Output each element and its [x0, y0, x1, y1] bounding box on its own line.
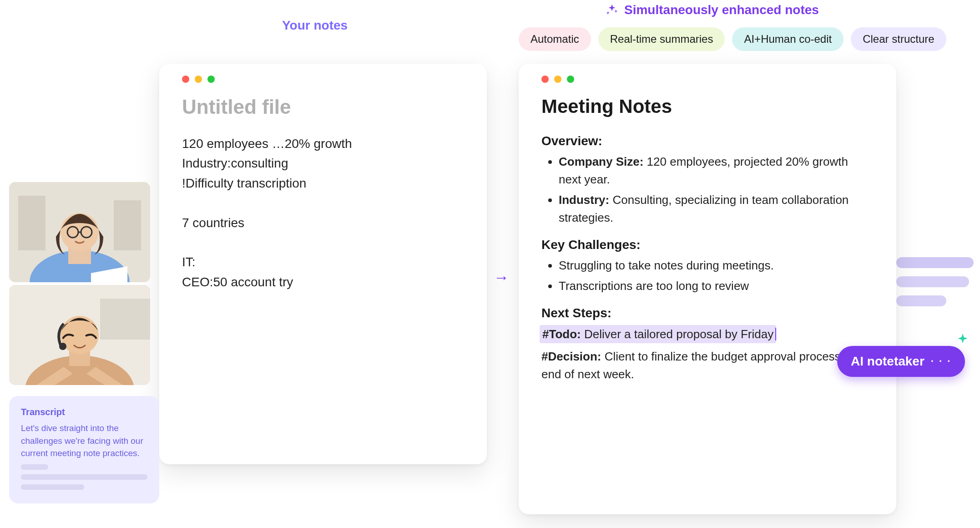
minimize-icon[interactable] — [195, 76, 202, 83]
person-avatar — [9, 182, 150, 282]
transcript-body: Let's dive straight into the challenges … — [21, 422, 147, 460]
decision-tag: #Decision: — [541, 350, 601, 363]
arrow-right-icon: → — [494, 269, 509, 286]
list-item: Struggling to take notes during meetings… — [559, 257, 874, 274]
list-item: Industry: Consulting, specializing in te… — [559, 191, 874, 227]
close-icon[interactable] — [541, 76, 549, 83]
raw-notes-title: Untitled file — [182, 96, 464, 118]
list-item: Company Size: 120 employees, projected 2… — [559, 153, 874, 188]
transcript-title: Transcript — [21, 407, 147, 417]
challenges-list: Struggling to take notes during meetings… — [541, 257, 874, 295]
ai-notetaker-badge[interactable]: AI notetaker · · · — [837, 346, 965, 377]
svg-rect-2 — [114, 200, 141, 250]
text-cursor-icon — [775, 328, 776, 340]
raw-notes-body[interactable]: 120 employees …20% growth Industry:consu… — [182, 134, 464, 292]
skeleton-line — [21, 474, 147, 480]
pill-automatic: Automatic — [519, 27, 591, 51]
challenges-heading: Key Challenges: — [541, 238, 874, 252]
overview-heading: Overview: — [541, 134, 874, 148]
decision-line: #Decision: Client to finalize the budget… — [541, 348, 874, 383]
enhanced-notes-heading: Simultaneously enhanced notes — [605, 3, 819, 17]
sparkle-icon — [955, 332, 971, 350]
todo-text: Deliver a tailored proposal by Friday — [581, 327, 773, 341]
skeleton-line — [21, 484, 84, 490]
overview-list: Company Size: 120 employees, projected 2… — [541, 153, 874, 227]
video-call-column — [9, 182, 150, 385]
decorative-stripes — [896, 257, 974, 306]
list-item: Transcriptions are too long to review — [559, 277, 874, 295]
raw-notes-window: Untitled file 120 employees …20% growth … — [159, 64, 487, 464]
todo-tag: #Todo: — [542, 327, 581, 341]
video-participant-2[interactable] — [9, 285, 150, 385]
enhanced-notes-window: Meeting Notes Overview: Company Size: 12… — [519, 64, 896, 514]
video-participant-1[interactable] — [9, 182, 150, 282]
skeleton-line — [21, 464, 48, 470]
industry-label: Industry: — [559, 193, 609, 207]
next-steps-heading: Next Steps: — [541, 306, 874, 320]
enhanced-notes-label: Simultaneously enhanced notes — [624, 3, 819, 17]
pill-structure: Clear structure — [851, 27, 946, 51]
maximize-icon[interactable] — [567, 76, 574, 83]
todo-line[interactable]: #Todo: Deliver a tailored proposal by Fr… — [541, 325, 874, 344]
pill-coedit: AI+Human co-edit — [732, 27, 844, 51]
svg-point-15 — [59, 343, 66, 350]
close-icon[interactable] — [182, 76, 189, 83]
sparkle-icon — [605, 3, 619, 17]
person-avatar — [9, 285, 150, 385]
transcript-panel: Transcript Let's dive straight into the … — [9, 396, 159, 503]
ai-notetaker-label: AI notetaker — [851, 354, 924, 369]
feature-pills: Automatic Real-time summaries AI+Human c… — [519, 27, 946, 51]
pill-realtime: Real-time summaries — [598, 27, 725, 51]
svg-rect-11 — [100, 299, 150, 340]
enhanced-notes-title: Meeting Notes — [541, 96, 874, 117]
more-icon: · · · — [931, 355, 952, 367]
your-notes-heading: Your notes — [282, 18, 348, 33]
minimize-icon[interactable] — [554, 76, 561, 83]
window-traffic-lights — [182, 76, 464, 83]
company-size-label: Company Size: — [559, 155, 643, 168]
maximize-icon[interactable] — [207, 76, 215, 83]
svg-rect-1 — [18, 196, 45, 250]
window-traffic-lights — [541, 76, 874, 83]
